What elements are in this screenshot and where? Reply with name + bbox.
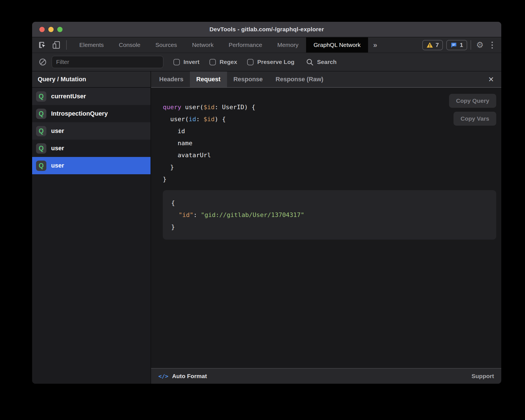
regex-checkbox-group: Regex — [209, 59, 237, 65]
tab-headers[interactable]: Headers — [153, 71, 190, 87]
code-line: { — [171, 197, 488, 209]
message-icon — [450, 42, 457, 48]
list-item[interactable]: QcurrentUser — [32, 88, 151, 105]
tabbar-right-controls: 7 1 ⚙ — [422, 37, 501, 52]
support-link[interactable]: Support — [472, 373, 494, 380]
list-item-label: IntrospectionQuery — [51, 110, 108, 117]
issues-badge[interactable]: 1 — [446, 40, 467, 50]
more-tabs-icon[interactable]: » — [368, 37, 382, 52]
warning-icon — [426, 42, 433, 48]
list-item-label: currentUser — [51, 93, 86, 100]
list-item[interactable]: Quser — [32, 140, 151, 157]
devtools-tab-console[interactable]: Console — [111, 37, 148, 52]
list-item[interactable]: QIntrospectionQuery — [32, 105, 151, 122]
settings-gear-icon[interactable]: ⚙ — [474, 41, 485, 49]
traffic-lights — [39, 22, 63, 37]
variables-code: { "id": "gid://gitlab/User/13704317"} — [171, 197, 488, 233]
device-toolbar-icon[interactable] — [52, 41, 61, 49]
search-icon — [306, 58, 314, 66]
copy-vars-button[interactable]: Copy Vars — [454, 112, 496, 126]
code-line: } — [163, 161, 496, 173]
minimize-window-button[interactable] — [48, 27, 54, 32]
code-line: id — [163, 125, 496, 137]
list-item[interactable]: Quser — [32, 157, 151, 174]
list-item[interactable]: Quser — [32, 122, 151, 140]
query-type-badge: Q — [36, 161, 46, 171]
query-type-badge: Q — [36, 109, 46, 119]
invert-label: Invert — [183, 59, 199, 65]
close-panel-icon[interactable]: ✕ — [481, 71, 501, 87]
query-type-badge: Q — [36, 143, 46, 154]
query-code: query user($id: UserID) { user(id: $id) … — [163, 101, 496, 185]
variables-box: { "id": "gid://gitlab/User/13704317"} — [163, 190, 496, 240]
panel-footer: </> Auto Format Support — [151, 368, 501, 384]
filter-input[interactable] — [52, 56, 163, 68]
query-type-badge: Q — [36, 126, 46, 136]
search-control[interactable]: Search — [306, 58, 337, 66]
list-item-label: user — [51, 145, 64, 152]
code-line: query user($id: UserID) { — [163, 101, 496, 113]
query-list: QcurrentUserQIntrospectionQueryQuserQuse… — [32, 88, 151, 384]
auto-format-icon: </> — [158, 373, 168, 380]
code-line: "id": "gid://gitlab/User/13704317" — [171, 209, 488, 221]
query-type-badge: Q — [36, 91, 46, 102]
regex-checkbox[interactable] — [209, 59, 216, 65]
more-options-icon[interactable] — [489, 42, 496, 49]
search-label: Search — [317, 59, 337, 65]
devtools-tab-sources[interactable]: Sources — [148, 37, 185, 52]
devtools-tab-memory[interactable]: Memory — [270, 37, 306, 52]
devtools-tab-bar: ElementsConsoleSourcesNetworkPerformance… — [32, 37, 501, 53]
devtools-window: DevTools - gitlab.com/-/graphql-explorer… — [32, 22, 501, 384]
warnings-badge[interactable]: 7 — [422, 40, 443, 50]
window-title: DevTools - gitlab.com/-/graphql-explorer — [209, 26, 324, 33]
sidebar-header: Query / Mutation — [32, 71, 151, 88]
devtools-tab-elements[interactable]: Elements — [72, 37, 111, 52]
code-line: avatarUrl — [163, 149, 496, 161]
toolbar-divider — [66, 40, 67, 50]
copy-query-button[interactable]: Copy Query — [449, 94, 496, 108]
title-bar: DevTools - gitlab.com/-/graphql-explorer — [32, 22, 501, 37]
zoom-window-button[interactable] — [57, 27, 63, 32]
query-sidebar: Query / Mutation QcurrentUserQIntrospect… — [32, 71, 151, 384]
inspect-element-icon[interactable] — [38, 41, 47, 49]
issues-count: 1 — [460, 42, 463, 48]
invert-checkbox-group: Invert — [173, 59, 199, 65]
warnings-count: 7 — [436, 42, 439, 48]
tab-request[interactable]: Request — [190, 71, 227, 87]
preserve-log-checkbox-group: Preserve Log — [247, 59, 294, 65]
devtools-tab-graphql-network[interactable]: GraphQL Network — [306, 37, 368, 52]
controls-divider — [471, 40, 471, 50]
close-window-button[interactable] — [39, 27, 45, 32]
main-area: Query / Mutation QcurrentUserQIntrospect… — [32, 71, 501, 384]
list-item-label: user — [51, 162, 64, 169]
regex-label: Regex — [219, 59, 237, 65]
preserve-log-label: Preserve Log — [257, 59, 294, 65]
code-line: } — [171, 221, 488, 233]
devtools-tab-performance[interactable]: Performance — [221, 37, 270, 52]
request-content: Copy Query Copy Vars query user($id: Use… — [151, 88, 501, 368]
devtools-tabs: ElementsConsoleSourcesNetworkPerformance… — [72, 37, 368, 52]
tab-response-raw-[interactable]: Response (Raw) — [269, 71, 330, 87]
code-line: name — [163, 137, 496, 149]
panel-tabs: HeadersRequestResponseResponse (Raw)✕ — [151, 71, 501, 88]
auto-format-button[interactable]: Auto Format — [172, 373, 207, 380]
code-line: user(id: $id) { — [163, 113, 496, 125]
code-line: } — [163, 173, 496, 185]
clear-filter-icon[interactable] — [39, 58, 47, 66]
tab-response[interactable]: Response — [227, 71, 269, 87]
devtools-tab-network[interactable]: Network — [185, 37, 221, 52]
copy-buttons: Copy Query Copy Vars — [449, 94, 496, 126]
invert-checkbox[interactable] — [173, 59, 180, 65]
tool-icons — [32, 37, 72, 52]
list-item-label: user — [51, 127, 64, 135]
request-panel: HeadersRequestResponseResponse (Raw)✕ Co… — [151, 71, 501, 384]
preserve-log-checkbox[interactable] — [247, 59, 254, 65]
filter-bar: Invert Regex Preserve Log Search — [32, 53, 501, 71]
